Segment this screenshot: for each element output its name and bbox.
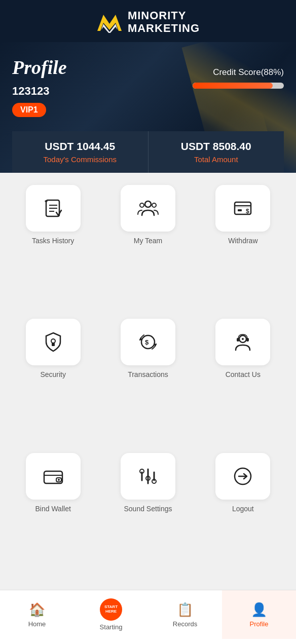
security-icon-box (26, 319, 81, 365)
svg-point-26 (58, 479, 60, 481)
todays-commissions-value: USDT 1044.45 (18, 140, 142, 153)
menu-item-my-team[interactable]: My Team (105, 185, 191, 310)
todays-commissions-label: Today's Commissions (18, 155, 142, 164)
svg-point-6 (145, 201, 151, 207)
logo-text: MINORITY MARKETING (128, 9, 200, 35)
nav-item-starting[interactable]: STARTHERE Starting (74, 590, 148, 639)
bind-wallet-icon (42, 465, 64, 487)
menu-item-tasks-history[interactable]: Tasks History (10, 185, 96, 310)
tasks-history-icon-box (26, 185, 81, 232)
svg-text:$: $ (145, 338, 149, 346)
menu-item-bind-wallet[interactable]: Bind Wallet (10, 453, 96, 578)
menu-item-security[interactable]: Security (10, 319, 96, 443)
header: MINORITY MARKETING (0, 0, 296, 42)
logo: MINORITY MARKETING (96, 9, 200, 35)
credit-bar-fill (193, 83, 273, 89)
nav-starting-label: Starting (100, 623, 123, 631)
menu-item-contact-us[interactable]: Contact Us (200, 319, 286, 443)
transactions-icon: $ (137, 331, 159, 353)
sound-settings-label: Sound Settings (124, 505, 172, 513)
svg-point-8 (152, 203, 156, 207)
withdraw-icon: $ (232, 197, 254, 219)
credit-bar-container (193, 83, 284, 89)
logout-icon (232, 465, 254, 487)
security-icon (42, 331, 64, 353)
nav-profile-label: Profile (250, 620, 269, 628)
menu-grid: Tasks History My Team $ (0, 173, 296, 590)
logout-label: Logout (232, 505, 254, 513)
sound-settings-icon-box (121, 453, 175, 500)
my-team-label: My Team (134, 237, 163, 245)
starting-badge: STARTHERE (100, 598, 122, 621)
nav-item-records[interactable]: 📋 Records (148, 590, 222, 639)
logout-icon-box (215, 453, 270, 500)
svg-rect-21 (246, 338, 249, 342)
total-amount-label: Total Amount (155, 155, 278, 164)
todays-commissions-stat: USDT 1044.45 Today's Commissions (12, 131, 149, 173)
menu-item-withdraw[interactable]: $ Withdraw (200, 185, 286, 310)
svg-point-7 (140, 203, 144, 207)
vip-badge: VIP1 (12, 103, 46, 117)
tasks-history-label: Tasks History (32, 237, 74, 245)
credit-score-area: Credit Score(88%) (193, 67, 284, 89)
menu-item-sound-settings[interactable]: Sound Settings (105, 453, 191, 578)
withdraw-icon-box: $ (215, 185, 270, 232)
total-amount-value: USDT 8508.40 (155, 140, 278, 153)
svg-point-14 (51, 339, 55, 343)
stats-row: USDT 1044.45 Today's Commissions USDT 85… (12, 131, 284, 173)
menu-item-transactions[interactable]: $ Transactions (105, 319, 191, 443)
svg-rect-20 (237, 338, 239, 342)
profile-banner: Profile 123123 VIP1 Credit Score(88%) US… (0, 42, 296, 173)
transactions-icon-box: $ (121, 319, 175, 365)
svg-point-19 (242, 338, 244, 340)
contact-us-label: Contact Us (226, 370, 261, 378)
profile-icon: 👤 (251, 602, 267, 618)
credit-score-label: Credit Score(88%) (193, 67, 284, 78)
starting-badge-text: STARTHERE (104, 605, 118, 614)
my-team-icon (137, 197, 159, 219)
svg-rect-12 (238, 209, 242, 211)
sound-settings-icon (137, 465, 159, 487)
nav-home-label: Home (28, 620, 46, 628)
svg-rect-15 (52, 343, 55, 346)
menu-item-logout[interactable]: Logout (200, 453, 286, 578)
bind-wallet-label: Bind Wallet (35, 505, 71, 513)
home-icon: 🏠 (29, 602, 45, 618)
nav-records-label: Records (173, 620, 197, 628)
svg-text:$: $ (246, 208, 249, 215)
contact-us-icon-box (215, 319, 270, 365)
transactions-label: Transactions (128, 370, 168, 378)
bind-wallet-icon-box (26, 453, 81, 500)
bottom-nav: 🏠 Home STARTHERE Starting 📋 Records 👤 Pr… (0, 590, 296, 644)
svg-marker-0 (97, 15, 122, 31)
withdraw-label: Withdraw (228, 237, 257, 245)
nav-item-profile[interactable]: 👤 Profile (222, 590, 296, 639)
security-label: Security (40, 370, 66, 378)
total-amount-stat: USDT 8508.40 Total Amount (149, 131, 284, 173)
my-team-icon-box (121, 185, 175, 232)
tasks-history-icon (42, 197, 64, 219)
contact-us-icon (232, 331, 254, 353)
nav-item-home[interactable]: 🏠 Home (0, 590, 74, 639)
records-icon: 📋 (177, 602, 193, 618)
logo-icon (96, 11, 123, 33)
